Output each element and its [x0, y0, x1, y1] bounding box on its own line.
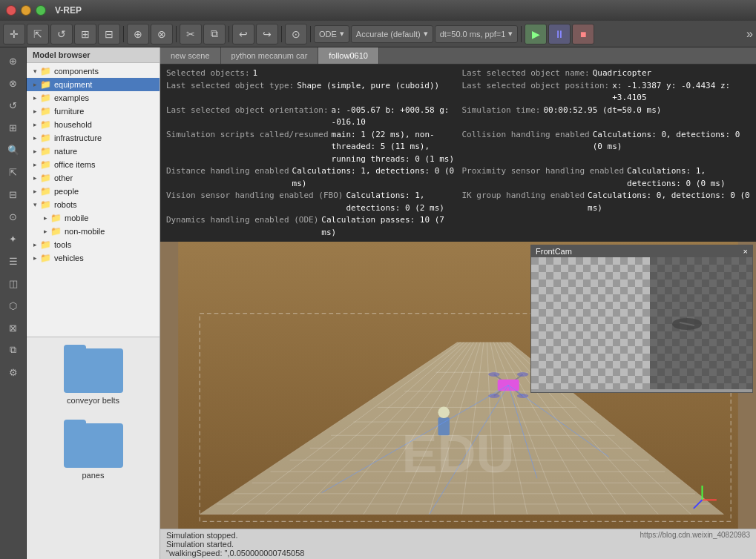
pan-tool[interactable]: ⊟ — [98, 24, 120, 44]
undo-tool[interactable]: ↩ — [232, 24, 254, 44]
status-line1: Simulation stopped. — [166, 531, 304, 540]
physics-dropdown[interactable]: ODE ▾ — [314, 25, 349, 43]
folder-icon: 📁 — [50, 226, 62, 236]
maximize-button[interactable] — [36, 5, 46, 16]
tree-item-office-items[interactable]: ▸📁office items — [27, 158, 160, 171]
info-row: Collision handling enabledCalculations: … — [462, 129, 751, 166]
zoom-tool[interactable]: ⊞ — [74, 24, 96, 44]
paste-tool[interactable]: ⧉ — [203, 24, 226, 44]
info-label: Proximity sensor handling enabled — [462, 165, 625, 190]
browser-folder-panes[interactable]: panes — [64, 420, 123, 480]
sidebar-icon-12[interactable]: ⬡ — [3, 295, 24, 316]
sidebar-icon-5[interactable]: 🔍 — [3, 139, 24, 160]
sidebar-icon-8[interactable]: ⊙ — [3, 206, 24, 227]
minimize-button[interactable] — [21, 5, 31, 16]
info-value: Calculations: 0, detections: 0 (0 ms) — [588, 190, 750, 214]
sidebar-icon-7[interactable]: ⊟ — [3, 184, 24, 205]
tree-item-label: people — [54, 187, 79, 196]
folder-icon: 📁 — [40, 93, 51, 103]
3d-viewport[interactable]: EDU FrontCam × — [160, 242, 756, 529]
sidebar-icon-14[interactable]: ⧉ — [3, 340, 24, 360]
tree-item-label: mobile — [65, 214, 88, 222]
expand-icon: ▸ — [30, 121, 40, 128]
tree-item-household[interactable]: ▸📁household — [27, 118, 160, 131]
front-cam-title: FrontCam × — [531, 245, 752, 257]
tab-new-scene[interactable]: new scene — [160, 47, 221, 64]
accuracy-dropdown[interactable]: Accurate (default) ▾ — [351, 25, 433, 43]
tab-follow0610[interactable]: follow0610 — [318, 47, 379, 64]
folder-icon: 📁 — [40, 199, 51, 210]
folder-icon: 📁 — [40, 106, 51, 116]
sidebar-icon-6[interactable]: ⇱ — [3, 162, 24, 182]
tree-item-nature[interactable]: ▸📁nature — [27, 145, 160, 158]
info-row: Dynamics handling enabled (ODE)Calculati… — [166, 214, 455, 239]
info-label: Last selected object position: — [462, 80, 610, 105]
more-tools[interactable]: » — [746, 27, 753, 41]
cut-tool[interactable]: ✂ — [180, 24, 202, 44]
close-button[interactable] — [6, 5, 16, 16]
tree-item-infrastructure[interactable]: ▸📁infrastructure — [27, 131, 160, 145]
browser-folder-conveyor-belts[interactable]: conveyor belts — [64, 345, 123, 405]
tree-item-mobile[interactable]: ▸📁mobile — [27, 211, 160, 225]
tab-python-mecanum-car[interactable]: python mecanum car — [221, 47, 319, 64]
sidebar-icon-3[interactable]: ↺ — [3, 95, 24, 116]
sidebar-icon-4[interactable]: ⊞ — [3, 117, 24, 138]
tree-item-vehicles[interactable]: ▸📁vehicles — [27, 251, 160, 265]
tree-item-components[interactable]: ▾📁components — [27, 64, 160, 78]
tree-item-furniture[interactable]: ▸📁furniture — [27, 105, 160, 118]
tree-item-examples[interactable]: ▸📁examples — [27, 91, 160, 105]
info-panel: Selected objects:1Last selected object n… — [160, 64, 756, 242]
sidebar-icon-15[interactable]: ⚙ — [3, 362, 24, 383]
sidebar-icon-11[interactable]: ◫ — [3, 273, 24, 294]
right-content-area: new scenepython mecanum carfollow0610 Se… — [160, 47, 756, 559]
folder-icon: 📁 — [40, 173, 51, 183]
title-bar: V-REP — [0, 0, 756, 21]
expand-icon: ▸ — [30, 108, 40, 115]
link-tool[interactable]: ⊗ — [151, 24, 173, 44]
app-title: V-REP — [55, 5, 82, 16]
object-tool[interactable]: ⊕ — [127, 24, 149, 44]
tree-item-tools[interactable]: ▸📁tools — [27, 238, 160, 251]
info-row: Distance handling enabledCalculations: 1… — [166, 165, 455, 190]
pause-button[interactable]: ⏸ — [548, 24, 571, 44]
camera-tool[interactable]: ⊙ — [285, 24, 307, 44]
tree-item-people[interactable]: ▸📁people — [27, 185, 160, 198]
tree-item-other[interactable]: ▸📁other — [27, 171, 160, 185]
sidebar-icon-2[interactable]: ⊗ — [3, 73, 24, 93]
sidebar-icon-9[interactable]: ✦ — [3, 228, 24, 249]
info-row: Last selected object position:x: -1.3387… — [462, 80, 751, 105]
info-row: IK group handling enabledCalculations: 0… — [462, 190, 751, 214]
timestep-dropdown[interactable]: dt=50.0 ms, ppf=1 ▾ — [435, 25, 519, 43]
tree-item-non-mobile[interactable]: ▸📁non-mobile — [27, 225, 160, 238]
tree-item-robots[interactable]: ▾📁robots — [27, 198, 160, 211]
sidebar-icon-13[interactable]: ⊠ — [3, 317, 24, 338]
folder-icon: 📁 — [40, 239, 51, 250]
play-button[interactable]: ▶ — [525, 24, 547, 44]
expand-icon: ▸ — [30, 254, 40, 262]
front-cam-render — [531, 257, 752, 389]
info-label: Dynamics handling enabled (ODE) — [166, 214, 318, 239]
info-label: Distance handling enabled — [166, 165, 289, 190]
separator4 — [281, 26, 282, 42]
separator3 — [229, 26, 229, 42]
status-bar: Simulation stopped. Simulation started. … — [160, 529, 756, 559]
redo-tool[interactable]: ↪ — [256, 24, 278, 44]
sidebar-icon-10[interactable]: ☰ — [3, 251, 24, 271]
select-tool[interactable]: ⇱ — [27, 24, 49, 44]
info-value: 00:00:52.95 (dt=50.0 ms) — [543, 105, 661, 129]
info-value: x: -1.3387 y: -0.4434 z: +3.4105 — [612, 80, 750, 105]
tree-item-label: tools — [54, 240, 71, 249]
tree-item-label: robots — [54, 200, 77, 209]
info-row: Last selected object name:Quadricopter — [462, 67, 751, 80]
pointer-tool[interactable]: ✛ — [3, 24, 25, 44]
sidebar-icon-1[interactable]: ⊕ — [3, 50, 24, 71]
stop-button[interactable]: ■ — [572, 24, 594, 44]
front-cam-close-button[interactable]: × — [743, 247, 748, 256]
expand-icon: ▸ — [40, 228, 50, 235]
rotate-tool[interactable]: ↺ — [50, 24, 73, 44]
info-value: Calculations: 0, detections: 0 (0 ms) — [593, 129, 750, 166]
expand-icon: ▸ — [30, 94, 40, 102]
expand-icon: ▸ — [30, 188, 40, 195]
info-row: Simulation time:00:00:52.95 (dt=50.0 ms) — [462, 105, 751, 129]
tree-item-equipment[interactable]: ▸📁equipment — [27, 78, 160, 91]
